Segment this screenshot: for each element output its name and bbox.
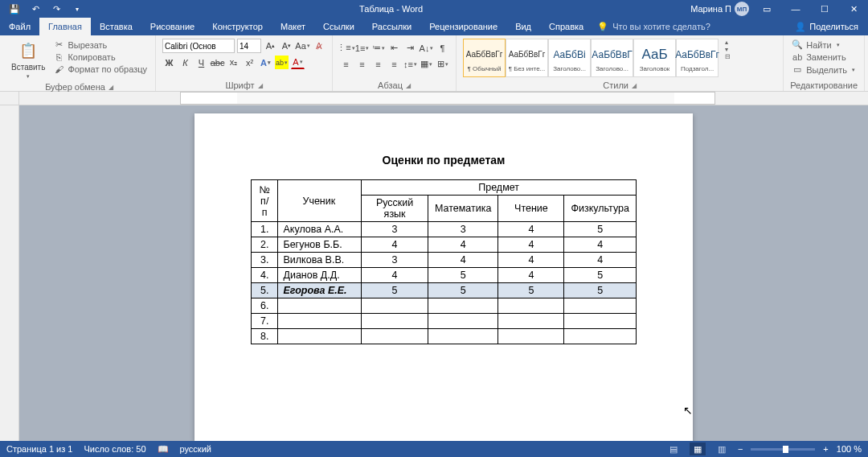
table-row[interactable]: 4.Дианов Д.Д.4545 bbox=[252, 268, 637, 283]
highlight-icon[interactable]: ab bbox=[275, 56, 289, 69]
grow-font-icon[interactable]: A▴ bbox=[264, 39, 277, 53]
style-3[interactable]: АаБбВвГЗаголово... bbox=[591, 39, 633, 77]
zoom-slider[interactable] bbox=[751, 448, 815, 451]
table-row[interactable]: 7. bbox=[252, 314, 637, 329]
status-lang[interactable]: русский bbox=[180, 444, 211, 454]
maximize-icon[interactable]: ☐ bbox=[810, 0, 839, 18]
justify-icon[interactable]: ≡ bbox=[387, 57, 401, 71]
tab-home[interactable]: Главная bbox=[39, 18, 91, 35]
tab-view[interactable]: Вид bbox=[506, 18, 540, 35]
zoom-out-icon[interactable]: − bbox=[738, 444, 743, 454]
show-marks-icon[interactable]: ¶ bbox=[436, 41, 449, 55]
find-button[interactable]: 🔍Найти▾ bbox=[790, 39, 857, 51]
paste-button[interactable]: 📋 Вставить ▾ bbox=[10, 39, 47, 81]
view-web-icon[interactable]: ▥ bbox=[714, 443, 730, 455]
table-row[interactable]: 8. bbox=[252, 329, 637, 344]
select-button[interactable]: ▭Выделить▾ bbox=[790, 64, 857, 76]
table-row[interactable]: 3.Вилкова В.В.3444 bbox=[252, 253, 637, 268]
cut-button[interactable]: ✂Вырезать bbox=[51, 39, 149, 51]
grades-table[interactable]: № п/п Ученик Предмет Русский язык Матема… bbox=[251, 179, 637, 344]
tab-draw[interactable]: Рисование bbox=[141, 18, 203, 35]
font-size-input[interactable] bbox=[237, 39, 261, 53]
change-case-icon[interactable]: Aa bbox=[296, 39, 309, 53]
save-icon[interactable]: 💾 bbox=[6, 2, 23, 16]
style-2[interactable]: АаБбВіЗаголово... bbox=[548, 39, 591, 77]
user-avatar[interactable]: МП bbox=[735, 2, 749, 16]
close-icon[interactable]: ✕ bbox=[839, 0, 868, 18]
redo-icon[interactable]: ↷ bbox=[48, 2, 64, 16]
style-gallery-icon[interactable]: ⊟ bbox=[725, 53, 731, 60]
copy-button[interactable]: ⎘Копировать bbox=[51, 51, 149, 63]
status-proofing-icon[interactable]: 📖 bbox=[158, 444, 169, 455]
strike-icon[interactable]: abc bbox=[211, 56, 224, 69]
col-russian[interactable]: Русский язык bbox=[362, 196, 428, 222]
col-math[interactable]: Математика bbox=[428, 196, 497, 222]
borders-icon[interactable]: ⊞ bbox=[436, 57, 449, 71]
style-1[interactable]: АаБбВвГг¶ Без инте... bbox=[506, 39, 548, 77]
document-canvas[interactable]: Оценки по предметам № п/п Ученик Предмет… bbox=[19, 105, 868, 441]
superscript-icon[interactable]: x² bbox=[243, 56, 256, 69]
view-read-icon[interactable]: ▤ bbox=[665, 443, 682, 455]
col-subject[interactable]: Предмет bbox=[362, 180, 637, 196]
minimize-icon[interactable]: — bbox=[781, 0, 810, 18]
tell-me[interactable]: 💡Что вы хотите сделать? bbox=[597, 22, 710, 32]
doc-title[interactable]: Оценки по предметам bbox=[251, 154, 637, 167]
view-print-icon[interactable]: ▦ bbox=[690, 443, 706, 455]
indent-decrease-icon[interactable]: ⇤ bbox=[387, 41, 401, 55]
table-header-row[interactable]: № п/п Ученик Предмет bbox=[252, 180, 637, 196]
ribbon-options-icon[interactable]: ▭ bbox=[752, 0, 781, 18]
font-color-icon[interactable]: A bbox=[291, 56, 305, 69]
table-row[interactable]: 2.Бегунов Б.Б.4444 bbox=[252, 237, 637, 253]
align-center-icon[interactable]: ≡ bbox=[355, 57, 369, 71]
tab-insert[interactable]: Вставка bbox=[91, 18, 141, 35]
table-row[interactable]: 5.Егорова Е.Е.5555 bbox=[252, 283, 637, 298]
table-row[interactable]: 1.Акулова А.А.3345 bbox=[252, 222, 637, 237]
numbering-icon[interactable]: 1≡ bbox=[355, 41, 369, 55]
col-num[interactable]: № п/п bbox=[252, 180, 278, 222]
italic-icon[interactable]: К bbox=[178, 56, 192, 69]
multilevel-icon[interactable]: ≔ bbox=[371, 41, 385, 55]
shading-icon[interactable]: ▦ bbox=[420, 57, 433, 71]
bullets-icon[interactable]: ⋮≡ bbox=[339, 41, 353, 55]
indent-increase-icon[interactable]: ⇥ bbox=[403, 41, 417, 55]
style-4[interactable]: АаБЗаголовок bbox=[633, 39, 676, 77]
replace-button[interactable]: abЗаменить bbox=[790, 51, 857, 63]
line-spacing-icon[interactable]: ↕≡ bbox=[403, 57, 417, 71]
horizontal-ruler[interactable] bbox=[180, 92, 715, 105]
subscript-icon[interactable]: x₂ bbox=[227, 56, 240, 69]
undo-icon[interactable]: ↶ bbox=[27, 2, 43, 16]
share-button[interactable]: 👤Поделиться bbox=[785, 22, 868, 32]
tab-design[interactable]: Конструктор bbox=[203, 18, 272, 35]
style-scroll-up-icon[interactable]: ▴ bbox=[725, 39, 731, 46]
tab-references[interactable]: Ссылки bbox=[314, 18, 363, 35]
qat-dropdown-icon[interactable]: ▾ bbox=[69, 2, 85, 16]
tab-review[interactable]: Рецензирование bbox=[420, 18, 506, 35]
tab-layout[interactable]: Макет bbox=[272, 18, 314, 35]
text-effects-icon[interactable]: A bbox=[259, 56, 272, 69]
tab-mailings[interactable]: Рассылки bbox=[363, 18, 420, 35]
tab-file[interactable]: Файл bbox=[0, 18, 39, 35]
clear-format-icon[interactable]: A̷ bbox=[312, 39, 326, 53]
zoom-in-icon[interactable]: + bbox=[823, 444, 828, 454]
format-painter-button[interactable]: 🖌Формат по образцу bbox=[51, 64, 149, 75]
status-page[interactable]: Страница 1 из 1 bbox=[6, 444, 72, 454]
tab-help[interactable]: Справка bbox=[540, 18, 592, 35]
page[interactable]: Оценки по предметам № п/п Ученик Предмет… bbox=[194, 113, 693, 441]
col-reading[interactable]: Чтение bbox=[498, 196, 564, 222]
underline-icon[interactable]: Ч bbox=[194, 56, 208, 69]
col-student[interactable]: Ученик bbox=[278, 180, 362, 222]
sort-icon[interactable]: A↓ bbox=[420, 41, 433, 55]
bold-icon[interactable]: Ж bbox=[162, 56, 176, 69]
style-scroll-down-icon[interactable]: ▾ bbox=[725, 46, 731, 53]
align-left-icon[interactable]: ≡ bbox=[339, 57, 353, 71]
align-right-icon[interactable]: ≡ bbox=[371, 57, 385, 71]
style-5[interactable]: АаБбВвГгПодзагол... bbox=[676, 39, 719, 77]
zoom-level[interactable]: 100 % bbox=[837, 444, 862, 454]
status-words[interactable]: Число слов: 50 bbox=[84, 444, 145, 454]
font-name-input[interactable] bbox=[162, 39, 235, 53]
style-0[interactable]: АаБбВвГг¶ Обычный bbox=[463, 39, 506, 77]
col-pe[interactable]: Физкультура bbox=[564, 196, 637, 222]
shrink-font-icon[interactable]: A▾ bbox=[280, 39, 293, 53]
vertical-ruler[interactable] bbox=[0, 105, 19, 441]
table-row[interactable]: 6. bbox=[252, 298, 637, 314]
